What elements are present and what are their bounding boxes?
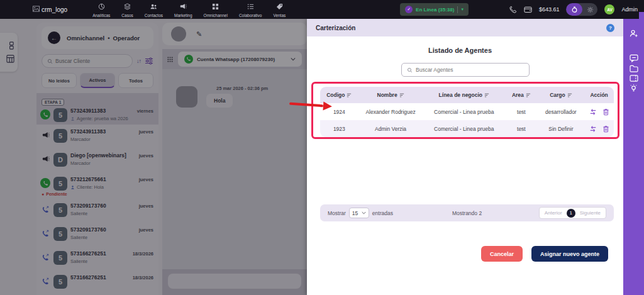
cell-area: test (505, 126, 537, 132)
cell-actions (584, 108, 614, 116)
cell-cargo: desarrollador (538, 109, 585, 115)
cell-area: test (505, 109, 537, 115)
cell-nombre: Alexander Rodriguez (358, 109, 423, 115)
watch-icon[interactable] (566, 3, 582, 16)
mode-toggle[interactable] (566, 3, 597, 16)
agent-search[interactable] (401, 63, 530, 77)
assign-new-agent-button[interactable]: Asignar nuevo agente (531, 246, 608, 262)
column-header-linea[interactable]: Línea de negocio (423, 92, 505, 98)
nav-casos[interactable]: Casos (121, 1, 133, 18)
delete-agent-icon[interactable] (602, 108, 609, 116)
agent-search-input[interactable] (416, 67, 524, 73)
sort-icon[interactable] (347, 93, 352, 97)
cell-codigo: 1923 (320, 126, 358, 132)
column-header-area[interactable]: Area (505, 92, 537, 98)
chevron-down-icon (362, 211, 366, 214)
cell-linea: Comercial - Linea prueba (423, 109, 505, 115)
modal-actions: Cancelar Asignar nuevo agente (481, 246, 608, 262)
chat-icon[interactable] (630, 54, 638, 62)
show-label: Mostrar (328, 210, 346, 216)
page-size-control: Mostrar 15 entradas (328, 208, 393, 218)
nav-label: Ventas (273, 13, 286, 18)
cell-cargo: Sin Definir (538, 126, 585, 132)
right-toolbar (623, 19, 644, 295)
nav-colaborativo[interactable]: Colaborativo (239, 1, 262, 18)
people-icon (150, 1, 157, 13)
cancel-button[interactable]: Cancelar (481, 246, 523, 262)
table-row: 1924 Alexander Rodriguez Comercial - Lin… (320, 103, 614, 120)
nav-contactos[interactable]: Contactos (145, 1, 163, 18)
main-nav: Analíticas Casos Contactos Marketing Omn… (92, 1, 286, 18)
rail-notch (639, 12, 644, 19)
entries-label: entradas (372, 210, 393, 216)
next-page-button[interactable]: Siguiente (580, 210, 601, 216)
folder-icon[interactable] (630, 65, 638, 72)
grid-icon (212, 1, 219, 13)
column-header-nombre[interactable]: Nombre (358, 92, 423, 98)
gear-icon[interactable] (582, 3, 597, 16)
column-header-accion: Acción (584, 92, 614, 98)
list-icon (247, 1, 254, 13)
nav-label: Contactos (145, 13, 163, 18)
current-page-badge[interactable]: 1 (567, 209, 575, 218)
logo-text: crm_logo (42, 6, 67, 13)
column-header-cargo[interactable]: Cargo (538, 92, 585, 98)
ticket-icon[interactable] (630, 75, 638, 82)
add-agent-icon[interactable] (629, 29, 638, 38)
prev-page-button[interactable]: Anterior (545, 210, 562, 216)
table-header-row: Codigo Nombre Línea de negocio Area Carg… (320, 87, 614, 103)
nav-omnichannel[interactable]: Omnichannel (204, 1, 228, 18)
help-icon[interactable]: ? (606, 24, 614, 32)
cell-linea: Comercial - Linea prueba (423, 126, 505, 132)
column-header-codigo[interactable]: Codigo (320, 92, 358, 98)
app-logo: crm_logo (33, 6, 67, 13)
sort-icon[interactable] (567, 93, 572, 97)
topbar-tools: $643.61 AV Admin (509, 3, 638, 16)
wallet-icon[interactable] (524, 6, 532, 13)
sort-icon[interactable] (484, 93, 489, 97)
lightbulb-icon[interactable] (630, 84, 638, 93)
modal-backdrop (0, 19, 307, 295)
transfer-agent-icon[interactable] (589, 108, 597, 116)
sort-icon[interactable] (399, 93, 404, 97)
user-name[interactable]: Admin (621, 6, 638, 13)
user-avatar[interactable]: AV (604, 4, 614, 14)
nav-marketing[interactable]: Marketing (174, 1, 192, 18)
nav-label: Casos (121, 13, 133, 18)
nav-label: Analíticas (92, 13, 110, 18)
broken-image-icon (33, 6, 40, 13)
transfer-agent-icon[interactable] (589, 125, 597, 133)
nav-label: Colaborativo (239, 13, 262, 18)
pager: Anterior 1 Siguiente (539, 207, 606, 219)
agents-list-heading: Listado de Agentes (307, 47, 613, 54)
crm-screen: crm_logo Analíticas Casos Contactos Mark… (0, 0, 644, 295)
cell-codigo: 1924 (320, 109, 358, 115)
nav-label: Omnichannel (204, 13, 228, 18)
table-row: 1923 Admin Verzia Comercial - Linea prue… (320, 120, 614, 137)
modal-title: Carterización (316, 25, 355, 31)
delete-agent-icon[interactable] (602, 125, 609, 133)
carterizacion-modal: Carterización ? Listado de Agentes Codig… (307, 19, 623, 295)
topbar: crm_logo Analíticas Casos Contactos Mark… (0, 0, 644, 19)
caret-down-icon[interactable]: ▾ (461, 7, 464, 12)
nav-label: Marketing (174, 13, 192, 18)
online-status-label: En Línea (35:38) (416, 7, 454, 13)
cell-actions (584, 125, 614, 133)
pie-chart-icon (98, 1, 105, 13)
nav-ventas[interactable]: Ventas (273, 1, 286, 18)
balance-amount: $643.61 (539, 6, 560, 13)
modal-header: Carterización ? (307, 19, 623, 36)
online-status-selector[interactable]: ✓ En Línea (35:38) ▾ (400, 3, 469, 16)
nav-analiticas[interactable]: Analíticas (92, 1, 110, 18)
status-divider (457, 6, 458, 13)
price-tag-icon (276, 1, 283, 13)
search-icon (407, 64, 413, 75)
layers-icon (124, 1, 131, 13)
cell-nombre: Admin Verzia (358, 126, 423, 132)
check-icon: ✓ (405, 6, 413, 13)
page-size-select[interactable]: 15 (349, 208, 369, 218)
agents-table: Codigo Nombre Línea de negocio Area Carg… (320, 87, 614, 137)
table-pagination: Mostrar 15 entradas Mostrando 2 Anterior… (320, 204, 614, 221)
phone-icon[interactable] (509, 6, 517, 14)
sort-icon[interactable] (526, 93, 531, 97)
